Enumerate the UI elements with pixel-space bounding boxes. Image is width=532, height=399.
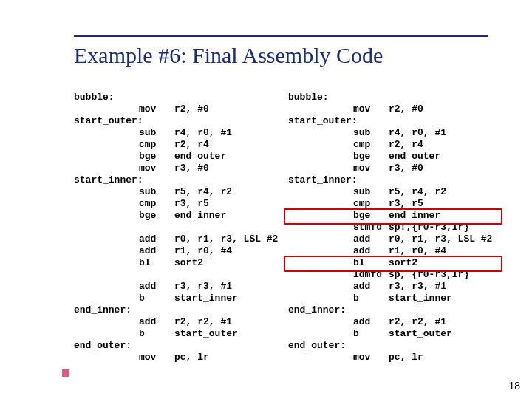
code-operands: r4, r0, #1 <box>389 127 446 139</box>
code-row: bgeend_inner <box>288 210 492 222</box>
code-row: ldmfdsp, {r0-r3,lr} <box>288 269 492 281</box>
code-operands: pc, lr <box>174 352 209 364</box>
code-label: end_inner: <box>74 304 139 316</box>
code-label: end_outer: <box>74 340 139 352</box>
code-operands: end_inner <box>174 210 226 222</box>
code-row: bstart_outer <box>74 328 278 340</box>
code-row: cmpr3, r5 <box>288 198 492 210</box>
title-rule <box>74 35 488 37</box>
code-mnemonic: b <box>139 293 174 304</box>
code-mnemonic: mov <box>139 163 174 174</box>
code-operands: sort2 <box>174 257 203 269</box>
code-row: bstart_inner <box>288 293 492 304</box>
code-operands: r0, r1, r3, LSL #2 <box>174 233 278 245</box>
code-row: bstart_outer <box>288 328 492 340</box>
code-row: addr3, r3, #1 <box>74 281 278 293</box>
code-operands: start_inner <box>389 293 452 304</box>
slide-number: 18 <box>508 380 520 392</box>
code-row: end_outer: <box>74 340 278 352</box>
code-operands: end_outer <box>174 151 226 163</box>
code-row: subr5, r4, r2 <box>74 186 278 198</box>
code-operands: r5, r4, r2 <box>389 186 446 198</box>
code-row <box>74 222 278 233</box>
code-row: bubble: <box>288 92 492 103</box>
code-row: start_inner: <box>288 174 492 186</box>
code-row: bstart_inner <box>74 293 278 304</box>
code-row: movr2, #0 <box>288 103 492 115</box>
code-row <box>74 269 278 281</box>
code-mnemonic: b <box>139 328 174 340</box>
code-label: start_outer: <box>74 115 139 127</box>
code-row: bubble: <box>74 92 278 103</box>
code-column-left: bubble:movr2, #0start_outer:subr4, r0, #… <box>74 92 278 364</box>
code-row: subr4, r0, #1 <box>74 127 278 139</box>
code-operands: sp, {r0-r3,lr} <box>389 269 469 281</box>
code-mnemonic: sub <box>353 186 389 198</box>
code-mnemonic: ldmfd <box>353 269 389 281</box>
code-operands: r3, #0 <box>174 163 209 174</box>
code-operands: r1, r0, #4 <box>174 245 232 257</box>
code-operands: start_outer <box>389 328 452 340</box>
code-row: stmfdsp!,{r0-r3,lr} <box>288 222 492 233</box>
code-mnemonic: add <box>353 316 389 328</box>
code-mnemonic: bge <box>353 151 389 163</box>
code-row: blsort2 <box>288 257 492 269</box>
code-mnemonic: stmfd <box>353 222 389 233</box>
code-label: bubble: <box>288 92 353 103</box>
code-operands: r3, r3, #1 <box>389 281 446 293</box>
code-mnemonic: mov <box>139 103 174 115</box>
code-row: addr3, r3, #1 <box>288 281 492 293</box>
code-row: start_inner: <box>74 174 278 186</box>
code-row: bgeend_outer <box>74 151 278 163</box>
code-operands: start_outer <box>174 328 238 340</box>
code-row: end_outer: <box>288 340 492 352</box>
code-operands: r3, #0 <box>389 163 423 174</box>
code-operands: r2, #0 <box>389 103 423 115</box>
code-operands: r4, r0, #1 <box>174 127 232 139</box>
code-label: bubble: <box>74 92 139 103</box>
code-operands: sort2 <box>389 257 417 269</box>
code-mnemonic: add <box>139 281 174 293</box>
code-label: start_inner: <box>74 174 139 186</box>
code-row: addr1, r0, #4 <box>288 245 492 257</box>
code-mnemonic: bge <box>139 210 174 222</box>
code-operands: r3, r5 <box>174 198 209 210</box>
code-mnemonic: b <box>353 293 389 304</box>
code-row: start_outer: <box>74 115 278 127</box>
code-mnemonic: cmp <box>139 139 174 151</box>
code-mnemonic: add <box>353 281 389 293</box>
code-operands: r3, r3, #1 <box>174 281 232 293</box>
code-mnemonic: b <box>353 328 389 340</box>
code-mnemonic: add <box>353 245 389 257</box>
code-mnemonic: add <box>139 245 174 257</box>
code-row: bgeend_inner <box>74 210 278 222</box>
code-row: addr2, r2, #1 <box>74 316 278 328</box>
code-mnemonic: mov <box>139 352 174 364</box>
code-row: cmpr2, r4 <box>74 139 278 151</box>
code-mnemonic: add <box>353 233 389 245</box>
code-label: start_outer: <box>288 115 353 127</box>
code-operands: start_inner <box>174 293 238 304</box>
code-mnemonic: bl <box>353 257 389 269</box>
code-mnemonic: bge <box>353 210 389 222</box>
code-row: addr2, r2, #1 <box>288 316 492 328</box>
code-label: end_inner: <box>288 304 353 316</box>
code-row: addr0, r1, r3, LSL #2 <box>288 233 492 245</box>
code-row: end_inner: <box>288 304 492 316</box>
code-mnemonic: bl <box>139 257 174 269</box>
code-operands: r2, #0 <box>174 103 209 115</box>
code-row: start_outer: <box>288 115 492 127</box>
code-label: end_outer: <box>288 340 353 352</box>
code-mnemonic: cmp <box>353 198 389 210</box>
code-operands: pc, lr <box>389 352 423 364</box>
code-operands: sp!,{r0-r3,lr} <box>389 222 469 233</box>
code-mnemonic: sub <box>139 127 174 139</box>
code-mnemonic: cmp <box>353 139 389 151</box>
code-operands: r2, r4 <box>174 139 209 151</box>
code-mnemonic: add <box>139 233 174 245</box>
accent-square <box>62 369 69 377</box>
code-row: addr1, r0, #4 <box>74 245 278 257</box>
code-operands: r2, r4 <box>389 139 423 151</box>
code-label: start_inner: <box>288 174 353 186</box>
code-area: bubble:movr2, #0start_outer:subr4, r0, #… <box>74 92 502 384</box>
